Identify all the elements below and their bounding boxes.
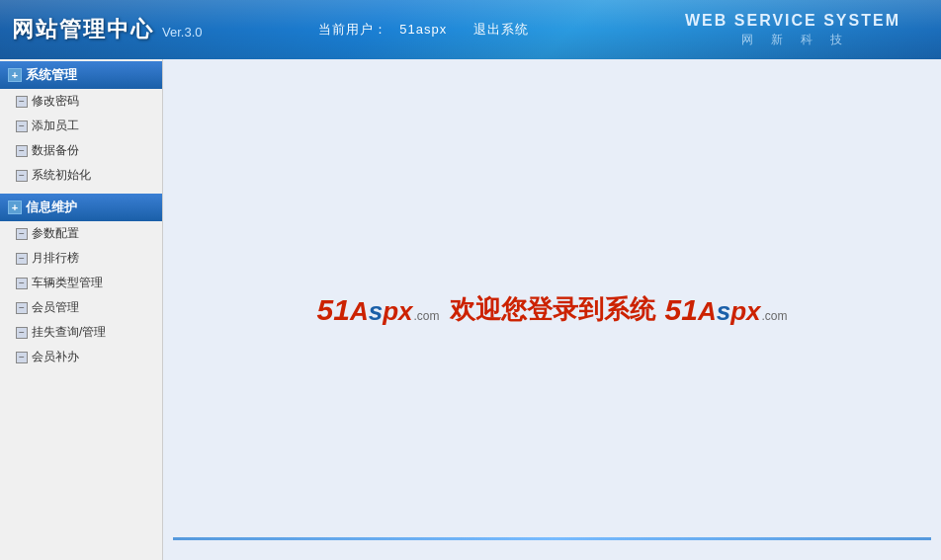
- logo-left: 51Aspx.com: [317, 293, 440, 327]
- sidebar-item-monthly-rank[interactable]: − 月排行榜: [0, 246, 162, 271]
- welcome-text: 欢迎您登录到系统: [450, 292, 655, 327]
- item-icon: −: [16, 170, 28, 182]
- sidebar-section-system[interactable]: + 系统管理: [0, 61, 162, 89]
- item-icon: −: [16, 278, 28, 289]
- logout-link[interactable]: 退出系统: [473, 22, 529, 37]
- ws-char-3: 科: [801, 32, 814, 48]
- sidebar-item-system-init[interactable]: − 系统初始化: [0, 163, 162, 188]
- web-service-subtitle: 网 新 科 技: [741, 32, 844, 48]
- logo-aspx-right: Aspx: [698, 296, 761, 327]
- header-right: WEB SERVICE SYSTEM 网 新 科 技: [644, 12, 941, 48]
- sidebar: + 系统管理 − 修改密码 − 添加员工 − 数据备份 − 系统初始化 + 信息…: [0, 59, 163, 560]
- item-label: 数据备份: [32, 142, 79, 159]
- item-label: 添加员工: [32, 118, 79, 134]
- logo-text: 网站管理中心: [12, 15, 154, 44]
- item-label: 车辆类型管理: [32, 275, 103, 291]
- item-label: 参数配置: [32, 225, 79, 242]
- web-service-title: WEB SERVICE SYSTEM: [685, 12, 900, 30]
- header-logo: 网站管理中心 Ver.3.0: [0, 15, 202, 44]
- logo-aspx-left: Aspx: [350, 296, 413, 327]
- item-icon: −: [16, 327, 28, 339]
- item-icon: −: [16, 120, 28, 132]
- sidebar-item-vehicle-type[interactable]: − 车辆类型管理: [0, 271, 162, 295]
- sidebar-item-params[interactable]: − 参数配置: [0, 221, 162, 246]
- item-label: 月排行榜: [32, 250, 79, 267]
- ws-char-4: 技: [830, 32, 844, 48]
- item-label: 挂失查询/管理: [32, 324, 106, 341]
- ws-char-2: 新: [771, 32, 785, 48]
- sidebar-item-member-reissue[interactable]: − 会员补办: [0, 345, 162, 369]
- header-center: 当前用户： 51aspx 退出系统: [202, 21, 644, 39]
- section-toggle-icon: +: [8, 200, 22, 214]
- item-icon: −: [16, 228, 28, 240]
- bottom-decorative-bar: [173, 537, 931, 540]
- item-icon: −: [16, 253, 28, 265]
- sidebar-item-add-employee[interactable]: − 添加员工: [0, 114, 162, 138]
- sidebar-item-lost-query[interactable]: − 挂失查询/管理: [0, 320, 162, 345]
- user-info: 当前用户： 51aspx 退出系统: [314, 21, 533, 39]
- current-user-label: 当前用户：: [318, 22, 387, 37]
- welcome-banner: 51Aspx.com 欢迎您登录到系统 51Aspx.com: [317, 292, 788, 327]
- item-label: 会员补办: [32, 349, 79, 365]
- sidebar-item-member-mgmt[interactable]: − 会员管理: [0, 295, 162, 320]
- sidebar-section-info[interactable]: + 信息维护: [0, 194, 162, 221]
- logo-51-right: 51: [665, 293, 698, 327]
- item-icon: −: [16, 302, 28, 314]
- main-content: 51Aspx.com 欢迎您登录到系统 51Aspx.com: [163, 59, 941, 560]
- logo-dotcom-right: .com: [761, 309, 787, 323]
- section-info-label: 信息维护: [26, 199, 77, 216]
- item-icon: −: [16, 145, 28, 157]
- sidebar-item-change-password[interactable]: − 修改密码: [0, 89, 162, 114]
- main-layout: + 系统管理 − 修改密码 − 添加员工 − 数据备份 − 系统初始化 + 信息…: [0, 59, 941, 560]
- header: 网站管理中心 Ver.3.0 当前用户： 51aspx 退出系统 WEB SER…: [0, 0, 941, 59]
- item-icon: −: [16, 352, 28, 363]
- item-icon: −: [16, 96, 28, 108]
- section-toggle-icon: +: [8, 68, 22, 82]
- ws-char-1: 网: [741, 32, 755, 48]
- logo-dotcom-left: .com: [413, 309, 439, 323]
- logo-right: 51Aspx.com: [665, 293, 788, 327]
- item-label: 系统初始化: [32, 167, 91, 184]
- logo-version: Ver.3.0: [162, 25, 202, 40]
- item-label: 修改密码: [32, 93, 79, 110]
- sidebar-item-data-backup[interactable]: − 数据备份: [0, 138, 162, 163]
- item-label: 会员管理: [32, 299, 79, 316]
- username: 51aspx: [399, 22, 447, 37]
- section-system-label: 系统管理: [26, 66, 77, 84]
- logo-51-left: 51: [317, 293, 350, 327]
